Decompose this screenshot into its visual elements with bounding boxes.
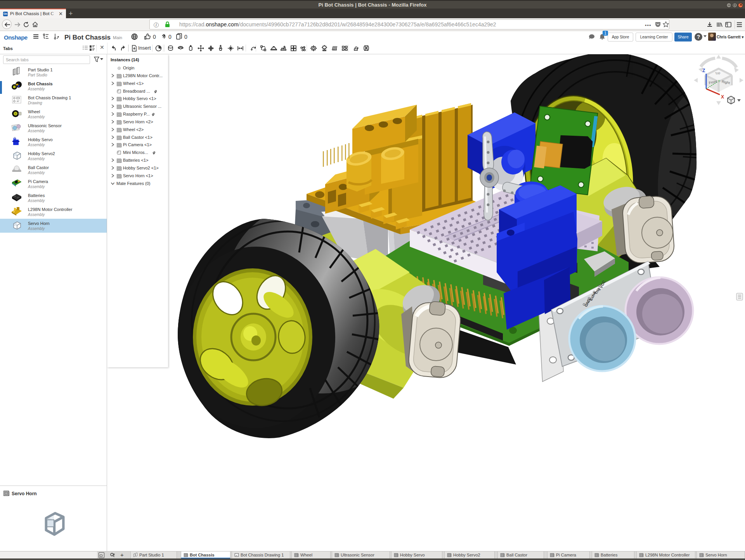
svg-text:Z: Z — [702, 68, 705, 73]
svg-text:X: X — [721, 94, 724, 100]
svg-text:Y: Y — [718, 79, 720, 83]
